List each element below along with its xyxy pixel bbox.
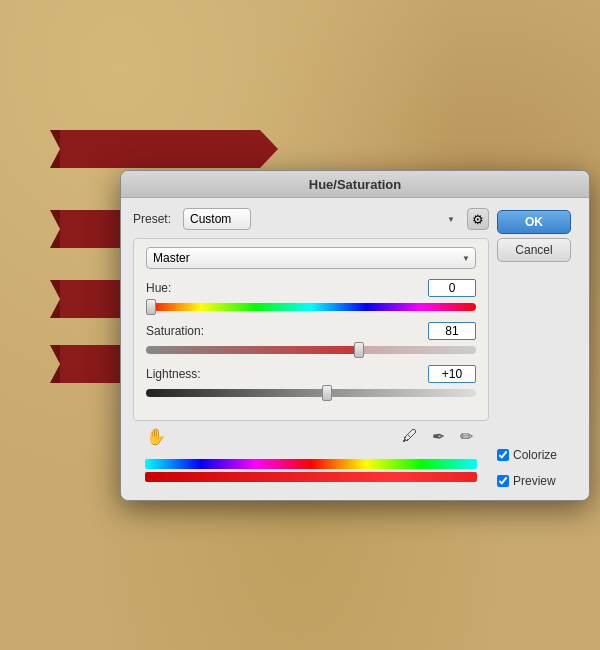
- saturation-label-row: Saturation:: [146, 322, 476, 340]
- dialog-left-panel: Preset: Custom ⚙ Master: [133, 208, 489, 490]
- channel-select[interactable]: Master: [146, 247, 476, 269]
- inner-panel: Master Hue: Saturation:: [133, 238, 489, 421]
- eyedropper-add-icon: ✒: [432, 427, 445, 446]
- colorize-checkbox-row: Colorize: [497, 448, 577, 462]
- ribbon-1: [60, 130, 260, 168]
- preset-label: Preset:: [133, 212, 177, 226]
- colorize-label: Colorize: [513, 448, 557, 462]
- preview-checkbox[interactable]: [497, 475, 509, 487]
- rainbow-color-bar: [145, 459, 477, 469]
- tool-icons-right: 🖊 ✒ ✏: [399, 425, 477, 447]
- cancel-button[interactable]: Cancel: [497, 238, 571, 262]
- preset-row: Preset: Custom ⚙: [133, 208, 489, 230]
- hue-saturation-dialog: Hue/Saturation Preset: Custom ⚙: [120, 170, 590, 501]
- bottom-icons-row: ✋ 🖊 ✒ ✏: [133, 421, 489, 453]
- dialog-title: Hue/Saturation: [309, 177, 401, 192]
- lightness-value-input[interactable]: [428, 365, 476, 383]
- dialog-titlebar: Hue/Saturation: [121, 171, 589, 198]
- lightness-label: Lightness:: [146, 367, 201, 381]
- dialog-right-panel: OK Cancel Colorize Preview: [497, 208, 577, 490]
- hue-label-row: Hue:: [146, 279, 476, 297]
- lightness-slider-row: Lightness:: [146, 365, 476, 400]
- eyedropper-subtract-icon: ✏: [460, 427, 473, 446]
- preview-label: Preview: [513, 474, 556, 488]
- preset-select[interactable]: Custom: [183, 208, 251, 230]
- ok-button[interactable]: OK: [497, 210, 571, 234]
- saturation-label: Saturation:: [146, 324, 204, 338]
- hue-label: Hue:: [146, 281, 171, 295]
- saturation-value-input[interactable]: [428, 322, 476, 340]
- channel-select-wrapper: Master: [146, 247, 476, 269]
- color-bars: [133, 453, 489, 490]
- hue-slider[interactable]: [146, 303, 476, 311]
- saturation-slider[interactable]: [146, 346, 476, 354]
- preset-gear-button[interactable]: ⚙: [467, 208, 489, 230]
- eyedropper-tool-icon: 🖊: [402, 427, 418, 445]
- gear-icon: ⚙: [472, 212, 484, 227]
- preset-select-wrapper: Custom: [183, 208, 461, 230]
- lightness-label-row: Lightness:: [146, 365, 476, 383]
- hand-tool-icon[interactable]: ✋: [145, 425, 167, 447]
- colorize-checkbox[interactable]: [497, 449, 509, 461]
- hand-icon: ✋: [146, 427, 166, 446]
- saturation-slider-row: Saturation:: [146, 322, 476, 357]
- dialog-body: Preset: Custom ⚙ Master: [121, 198, 589, 500]
- preview-checkbox-row: Preview: [497, 474, 577, 488]
- hue-value-input[interactable]: [428, 279, 476, 297]
- hue-slider-row: Hue:: [146, 279, 476, 314]
- eyedropper-icon[interactable]: 🖊: [399, 425, 421, 447]
- eyedropper-minus-icon[interactable]: ✏: [455, 425, 477, 447]
- channel-row: Master: [146, 247, 476, 269]
- result-color-bar: [145, 472, 477, 482]
- eyedropper-plus-icon[interactable]: ✒: [427, 425, 449, 447]
- lightness-slider[interactable]: [146, 389, 476, 397]
